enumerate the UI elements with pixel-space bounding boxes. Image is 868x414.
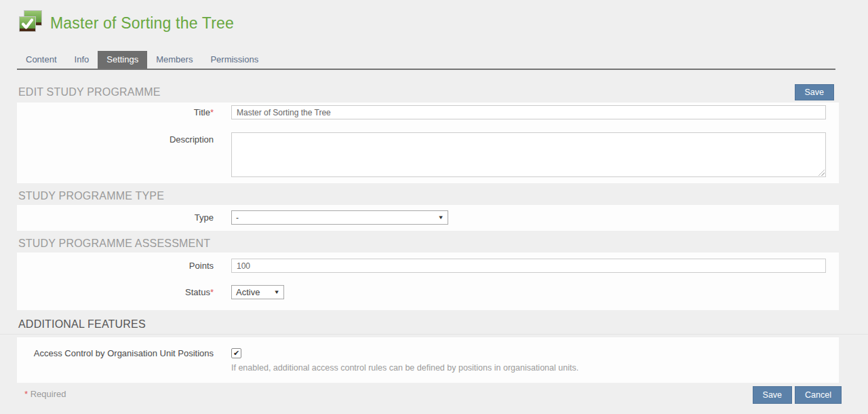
access-control-checkbox[interactable] [231, 348, 241, 358]
tab-info[interactable]: Info [66, 51, 98, 69]
description-textarea[interactable] [231, 132, 826, 177]
section-heading-edit-label: EDIT STUDY PROGRAMME [18, 86, 161, 98]
section-heading-type: STUDY PROGRAMME TYPE [0, 183, 868, 205]
access-control-row: Access Control by Organisation Unit Posi… [17, 348, 839, 373]
required-note: * Required [24, 389, 66, 399]
page: Master of Sorting the Tree Content Info … [0, 0, 868, 414]
required-asterisk: * [210, 107, 214, 117]
chevron-down-icon: ▼ [437, 214, 443, 221]
edit-panel: Title* Description [17, 102, 839, 183]
front-card [20, 17, 36, 32]
description-label: Description [17, 119, 214, 145]
title-label: Title* [17, 107, 214, 118]
access-control-label: Access Control by Organisation Unit Posi… [17, 348, 214, 359]
access-control-help-text: If enabled, additional access control ru… [231, 363, 826, 373]
section-heading-assessment: STUDY PROGRAMME ASSESSMENT [0, 231, 868, 252]
features-panel: Access Control by Organisation Unit Posi… [17, 337, 839, 383]
status-row: Status* Active ▼ [17, 285, 839, 299]
page-header: Master of Sorting the Tree [0, 0, 868, 37]
type-select[interactable]: - ▼ [231, 210, 448, 225]
course-check-icon [18, 10, 43, 37]
section-heading-edit: EDIT STUDY PROGRAMME Save [0, 70, 868, 102]
section-heading-features: ADDITIONAL FEATURES [0, 310, 868, 335]
title-row: Title* [17, 105, 839, 119]
type-panel: Type - ▼ [17, 205, 839, 231]
tab-settings[interactable]: Settings [98, 51, 147, 69]
save-button-top[interactable]: Save [795, 84, 835, 100]
points-row: Points [17, 259, 839, 273]
description-row: Description [17, 119, 839, 177]
required-asterisk: * [210, 287, 214, 297]
form-footer: * Required Save Cancel [0, 383, 868, 414]
assessment-panel: Points Status* Active ▼ [17, 252, 839, 310]
type-label: Type [17, 212, 214, 223]
tab-members[interactable]: Members [147, 51, 201, 69]
title-input[interactable] [231, 105, 826, 119]
tab-permissions[interactable]: Permissions [201, 51, 267, 69]
status-select[interactable]: Active ▼ [231, 285, 284, 299]
status-label: Status* [17, 287, 214, 298]
type-row: Type - ▼ [17, 210, 839, 225]
points-input[interactable] [231, 259, 826, 273]
save-button-bottom[interactable]: Save [753, 386, 793, 404]
tab-bar: Content Info Settings Members Permission… [17, 51, 835, 70]
chevron-down-icon: ▼ [273, 289, 279, 295]
tab-content[interactable]: Content [17, 51, 66, 69]
type-select-value: - [236, 213, 239, 223]
page-title: Master of Sorting the Tree [50, 14, 234, 33]
cancel-button[interactable]: Cancel [795, 386, 842, 404]
status-select-value: Active [236, 287, 260, 297]
points-label: Points [17, 261, 214, 271]
required-asterisk: * [24, 389, 28, 399]
